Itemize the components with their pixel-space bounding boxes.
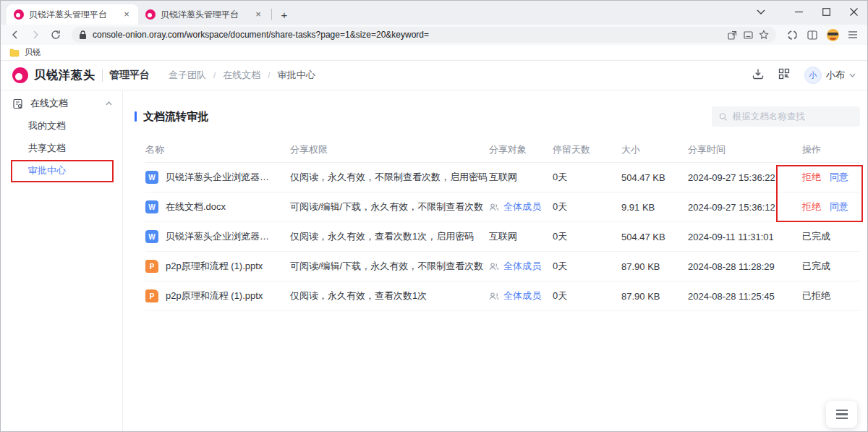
user-menu[interactable]: 小 小布 [804,67,856,84]
floating-menu-button[interactable] [826,401,857,428]
qrcode-icon[interactable] [778,68,790,82]
share-target: 互联网 [489,171,517,184]
browser-window: 贝锐洋葱头管理平台 × 贝锐洋葱头管理平台 × + [0,0,868,432]
members-icon [489,263,499,271]
new-tab-button[interactable]: + [276,7,292,22]
share-time: 2024-08-28 11:28:29 [688,261,802,272]
share-target-link[interactable]: 全体成员 [503,260,541,273]
maximize-button[interactable] [812,1,840,22]
window-controls [747,1,867,25]
main-content: 文档流转审批 名称 分享权限 分享对象 停留天数 大小 分享时间 操作 [123,90,867,432]
app-header-actions: 小 小布 [752,67,856,84]
reject-link[interactable]: 拒绝 [802,201,821,212]
share-target: 互联网 [489,230,517,243]
bookmarks-bar: 贝锐 [1,45,867,61]
sidebar-group-online-docs[interactable]: 在线文档 [1,93,122,114]
avatar-emoji-icon [827,29,839,41]
brand-name: 贝锐洋葱头 [34,68,95,83]
breadcrumb-separator: / [213,70,216,80]
stay-days: 0天 [553,260,621,273]
file-size: 87.90 KB [621,291,688,302]
share-target-link[interactable]: 全体成员 [503,200,541,213]
search-input[interactable] [733,111,853,122]
sidebar: 在线文档 我的文档 共享文档 审批中心 [1,90,123,432]
search-box[interactable] [712,106,860,127]
title-accent-bar [135,111,137,122]
profile-avatar[interactable] [824,26,841,43]
approval-table: 名称 分享权限 分享对象 停留天数 大小 分享时间 操作 W贝锐洋葱头企业浏览器… [145,137,860,311]
file-name: p2p原理和流程 (1).pptx [166,289,263,302]
web-capture-icon[interactable] [740,27,756,43]
browser-menu-icon[interactable] [844,26,861,43]
site-favicon [145,9,156,20]
stay-days: 0天 [553,200,621,213]
share-permission: 仅阅读，永久有效，查看次数1次 [290,289,489,302]
stay-days: 0天 [553,289,621,302]
ppt-file-icon: P [145,260,158,273]
table-row: W在线文档.docx 可阅读/编辑/下载，永久有效，不限制查看次数 全体成员 0… [145,192,860,222]
lock-icon [79,30,87,40]
table-row: W贝锐洋葱头企业浏览器用户手... 仅阅读，永久有效，查看次数1次，启用密码 互… [145,222,860,252]
tab-inactive[interactable]: 贝锐洋葱头管理平台 × [138,4,270,25]
browser-toolbar: console-onion.oray.com/workspace/documen… [1,25,867,45]
app-header: 贝锐洋葱头 管理平台 盒子团队 / 在线文档 / 审批中心 小 小布 [1,61,867,90]
file-name: 贝锐洋葱头企业浏览器用户手... [166,171,277,184]
copilot-icon[interactable] [783,26,801,43]
reject-link[interactable]: 拒绝 [802,171,821,182]
agree-link[interactable]: 同意 [830,171,848,182]
breadcrumb-team[interactable]: 盒子团队 [169,69,206,82]
chevron-down-icon [849,73,856,77]
address-bar[interactable]: console-onion.oray.com/workspace/documen… [72,27,776,43]
page-title: 文档流转审批 [135,110,208,124]
sidebar-item-my-docs[interactable]: 我的文档 [1,114,122,137]
table-row: Pp2p原理和流程 (1).pptx 可阅读/编辑/下载，永久有效，不限制查看次… [145,252,860,281]
tab-search-chevron-icon[interactable] [747,1,775,22]
share-icon[interactable] [724,27,740,43]
file-name: 在线文档.docx [166,200,226,213]
agree-link[interactable]: 同意 [830,201,848,212]
breadcrumb-section[interactable]: 在线文档 [223,69,260,82]
share-time: 2024-09-27 15:36:22 [688,172,802,183]
word-file-icon: W [145,230,158,243]
table-header-row: 名称 分享权限 分享对象 停留天数 大小 分享时间 操作 [145,137,860,163]
file-size: 504.47 KB [621,172,688,183]
download-icon[interactable] [752,68,764,82]
status-text: 已完成 [802,260,860,273]
file-size: 504.47 KB [621,232,688,242]
tab-close-icon[interactable]: × [121,9,132,20]
tab-close-icon[interactable]: × [252,9,264,20]
stay-days: 0天 [553,230,621,243]
tab-active[interactable]: 贝锐洋葱头管理平台 × [7,4,138,25]
word-file-icon: W [145,171,158,184]
col-header-time: 分享时间 [688,143,802,156]
stay-days: 0天 [553,171,621,184]
file-name: 贝锐洋葱头企业浏览器用户手... [166,230,277,243]
back-icon[interactable] [7,26,24,43]
page-title-text: 文档流转审批 [143,110,208,124]
file-size: 9.91 KB [621,202,688,213]
minimize-button[interactable] [785,1,812,22]
sidebar-item-approval-center[interactable]: 审批中心 [1,159,122,182]
members-icon [489,292,499,300]
favorite-star-icon[interactable] [756,27,772,43]
refresh-icon[interactable] [47,26,64,43]
split-screen-icon[interactable] [804,26,821,43]
word-file-icon: W [145,200,158,213]
col-header-size: 大小 [621,143,688,156]
chevron-up-icon [106,101,112,106]
page-body: 在线文档 我的文档 共享文档 审批中心 文档流转审批 名称 [1,90,867,432]
folder-icon [9,48,20,57]
bookmark-item[interactable]: 贝锐 [25,47,41,58]
tab-title: 贝锐洋葱头管理平台 [161,9,247,21]
title-row: 文档流转审批 [135,106,860,127]
forward-icon[interactable] [27,26,44,43]
col-header-days: 停留天数 [553,143,621,156]
share-target-link[interactable]: 全体成员 [503,289,541,302]
onion-logo [12,67,28,83]
sidebar-item-shared-docs[interactable]: 共享文档 [1,137,122,159]
share-time: 2024-09-11 11:31:01 [688,232,802,242]
close-window-button[interactable] [840,1,867,22]
user-name: 小布 [826,69,845,82]
col-header-target: 分享对象 [489,143,553,156]
site-favicon [14,9,24,20]
